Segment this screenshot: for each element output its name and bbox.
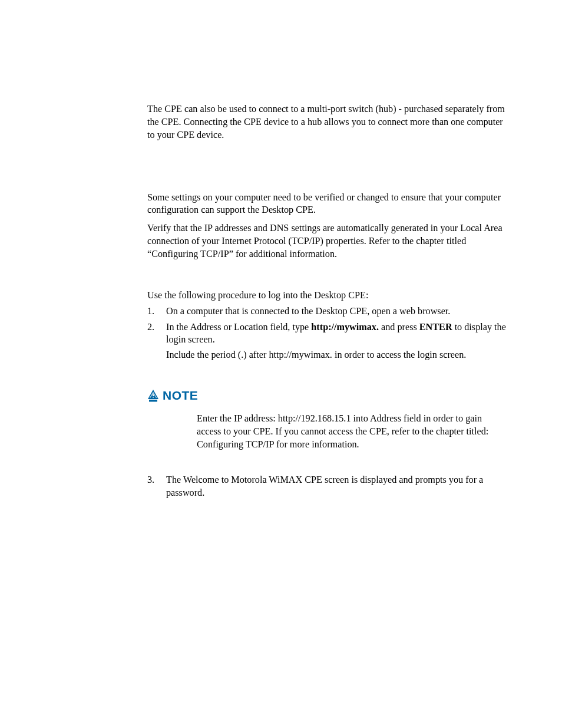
list-number: 2. [147,321,154,334]
list-number: 1. [147,305,154,318]
list-text-enter: ENTER [419,322,452,332]
list-item: 3. The Welcome to Motorola WiMAX CPE scr… [147,474,506,500]
intro-paragraph: The CPE can also be used to connect to a… [147,103,506,142]
list-number: 3. [147,474,154,487]
procedure-intro: Use the following procedure to log into … [147,289,506,302]
procedure-list: 1. On a computer that is connected to th… [147,305,506,347]
note-callout: NOTE Enter the IP address: http://192.16… [147,388,506,452]
svg-rect-1 [153,397,154,398]
list-text: The Welcome to Motorola WiMAX CPE screen… [166,475,483,498]
list-item: 1. On a computer that is connected to th… [147,305,506,318]
svg-rect-2 [149,400,157,402]
config-paragraph-2: Verify that the IP addresses and DNS set… [147,222,506,261]
list-text: On a computer that is connected to the D… [166,306,450,317]
list-text-mid: and press [379,322,419,332]
note-label: NOTE [163,388,198,403]
list-item: 2. In the Address or Location field, typ… [147,321,506,347]
svg-rect-0 [153,394,154,396]
list-text-pre: In the Address or Location field, type [166,322,311,332]
list-text-url: http://mywimax. [311,322,379,332]
list-item-continuation: Include the period (.) after http://mywi… [147,349,506,362]
note-alert-icon [147,389,159,402]
note-body: Enter the IP address: http://192.168.15.… [147,403,506,452]
procedure-list-continued: 3. The Welcome to Motorola WiMAX CPE scr… [147,474,506,500]
config-paragraph-1: Some settings on your computer need to b… [147,192,506,218]
